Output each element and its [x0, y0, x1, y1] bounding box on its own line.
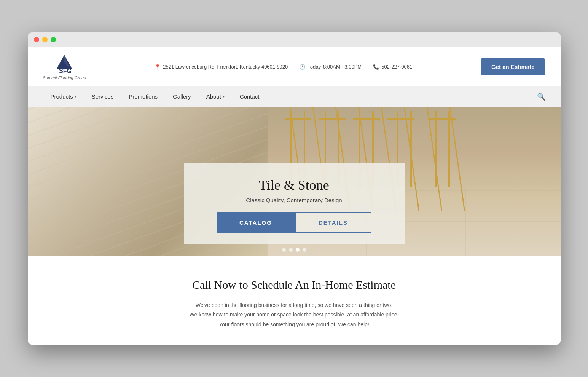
hours-info: 🕐 Today 8:00AM - 3:00PM: [299, 64, 362, 70]
svg-rect-17: [429, 118, 456, 120]
svg-rect-11: [435, 111, 437, 187]
hero-subtitle: Classic Quality, Contemporary Design: [207, 197, 382, 203]
nav-label-about: About: [206, 93, 221, 100]
nav-item-gallery[interactable]: Gallery: [165, 86, 199, 107]
hero-dot-1[interactable]: [282, 248, 286, 252]
browser-chrome: [28, 32, 561, 47]
details-button[interactable]: DETAILS: [295, 212, 371, 233]
hero-section: Tile & Stone Classic Quality, Contempora…: [28, 107, 561, 256]
clock-icon: 🕐: [299, 64, 305, 70]
site-header: SFG Summit Flooring Group 📍 2521 Lawrenc…: [28, 47, 561, 86]
nav-item-promotions[interactable]: Promotions: [121, 86, 165, 107]
hero-buttons: CATALOG DETAILS: [207, 212, 382, 233]
main-body-line2: We know how to make your home or space l…: [43, 310, 545, 319]
svg-rect-12: [448, 111, 450, 187]
hero-title: Tile & Stone: [207, 177, 382, 193]
phone-number: 502-227-0061: [381, 64, 412, 70]
nav-item-products[interactable]: Products ▾: [43, 86, 84, 107]
svg-rect-16: [387, 118, 414, 120]
hero-dot-4[interactable]: [303, 248, 306, 252]
svg-text:SFG: SFG: [59, 68, 72, 74]
main-heading: Call Now to Schedule An In-Home Estimate: [43, 278, 545, 291]
location-icon: 📍: [155, 64, 161, 70]
hero-overlay-card: Tile & Stone Classic Quality, Contempora…: [184, 163, 405, 244]
hero-dot-3[interactable]: [296, 248, 300, 252]
browser-close-dot[interactable]: [34, 37, 39, 42]
search-icon[interactable]: 🔍: [537, 93, 545, 101]
nav-links: Products ▾ Services Promotions Gallery A…: [43, 86, 267, 107]
site-nav: Products ▾ Services Promotions Gallery A…: [28, 86, 561, 107]
main-body-line1: We've been in the flooring business for …: [43, 300, 545, 310]
main-content: Call Now to Schedule An In-Home Estimate…: [28, 256, 561, 345]
nav-label-contact: Contact: [240, 93, 260, 100]
phone-info: 📞 502-227-0061: [373, 64, 412, 70]
catalog-button[interactable]: CATALOG: [217, 212, 295, 233]
logo-icon: SFG: [54, 53, 75, 75]
browser-maximize-dot[interactable]: [51, 37, 56, 42]
svg-rect-10: [410, 111, 412, 187]
chevron-down-icon: ▾: [75, 94, 76, 99]
hero-dot-2[interactable]: [289, 248, 293, 252]
logo-area[interactable]: SFG Summit Flooring Group: [43, 53, 86, 80]
nav-label-gallery: Gallery: [173, 93, 191, 100]
chevron-down-icon-about: ▾: [223, 94, 225, 99]
nav-label-products: Products: [51, 93, 73, 100]
hours-value: 8:00AM - 3:00PM: [323, 64, 362, 70]
nav-item-contact[interactable]: Contact: [232, 86, 267, 107]
logo-tagline: Summit Flooring Group: [43, 75, 86, 80]
phone-icon: 📞: [373, 64, 379, 70]
browser-minimize-dot[interactable]: [42, 37, 48, 42]
svg-rect-13: [285, 118, 311, 120]
get-estimate-button[interactable]: Get an Estimate: [481, 58, 545, 75]
hours-label: Today: [308, 64, 321, 70]
svg-rect-15: [353, 118, 380, 120]
nav-label-promotions: Promotions: [129, 93, 158, 100]
address-text: 2521 Lawrenceburg Rd, Frankfort, Kentuck…: [163, 64, 288, 70]
nav-label-services: Services: [92, 93, 114, 100]
browser-window: SFG Summit Flooring Group 📍 2521 Lawrenc…: [28, 32, 561, 345]
nav-item-services[interactable]: Services: [84, 86, 121, 107]
hero-dots: [282, 248, 306, 252]
nav-item-about[interactable]: About ▾: [199, 86, 232, 107]
header-info: 📍 2521 Lawrenceburg Rd, Frankfort, Kentu…: [155, 64, 412, 70]
main-body-line3: Your floors should be something you are …: [43, 320, 545, 329]
svg-rect-14: [319, 118, 346, 120]
address-info: 📍 2521 Lawrenceburg Rd, Frankfort, Kentu…: [155, 64, 288, 70]
